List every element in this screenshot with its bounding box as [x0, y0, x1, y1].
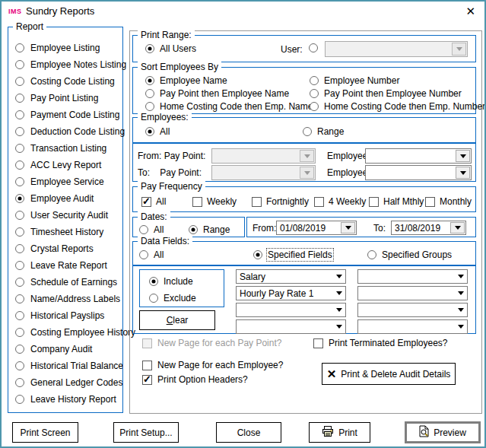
employees-range-radio[interactable]: Range	[303, 126, 344, 137]
close-button[interactable]: Close	[216, 422, 281, 443]
payfreq-half-mthly-label: Half Mthly	[383, 196, 424, 207]
payfreq-half-mthly[interactable]: Half Mthly	[369, 196, 424, 207]
sort-option-employee-number[interactable]: Employee Number	[310, 75, 485, 86]
from-employee-value	[366, 155, 455, 157]
payfreq-all[interactable]: All	[141, 196, 166, 207]
sort-option-employee-name[interactable]: Employee Name	[145, 75, 310, 86]
report-option-deduction-code-listing[interactable]: Deduction Code Listing	[15, 123, 121, 140]
pay-frequency-legend: Pay Frequency	[138, 181, 205, 192]
report-option-name-address-labels[interactable]: Name/Address Labels	[15, 291, 121, 307]
report-option-leave-rate-report-label: Leave Rate Report	[30, 260, 107, 271]
report-option-pay-point-listing[interactable]: Pay Point Listing	[15, 90, 121, 106]
dates-all-radio[interactable]: All	[139, 224, 164, 235]
report-option-general-ledger-codes[interactable]: General Ledger Codes	[15, 374, 121, 391]
sort-option-pay-point-then-employee-name[interactable]: Pay Point then Employee Name	[145, 88, 310, 99]
field-combobox-r2-c1[interactable]: Hourly Pay Rate 1	[236, 286, 346, 300]
report-option-costing-code-listing[interactable]: Costing Code Listing	[15, 73, 121, 90]
payfreq-monthly[interactable]: Monthly	[425, 196, 472, 207]
report-option-employee-service[interactable]: Employee Service	[15, 173, 121, 190]
report-option-employee-audit[interactable]: Employee Audit	[15, 190, 121, 207]
report-option-payment-code-listing[interactable]: Payment Code Listing	[15, 106, 121, 123]
data-fields-group: Data Fields: All Specified Fields Specif…	[132, 241, 476, 265]
user-radio[interactable]	[309, 43, 318, 52]
print-option-headers-checkbox[interactable]: Print Option Headers?	[142, 374, 248, 385]
report-option-historical-trial-balance[interactable]: Historical Trial Balance	[15, 357, 121, 374]
preview-button[interactable]: Preview	[405, 421, 481, 443]
report-option-employee-listing[interactable]: Employee Listing	[15, 40, 121, 56]
dropdown-arrow-icon[interactable]	[332, 303, 345, 316]
sort-option-employee-name-label: Employee Name	[160, 75, 227, 86]
report-option-name-address-labels-label: Name/Address Labels	[30, 294, 120, 304]
dropdown-arrow-icon[interactable]	[454, 303, 467, 316]
field-combobox-r1-c1[interactable]: Salary	[236, 269, 346, 284]
specified-groups-radio[interactable]: Specified Groups	[367, 249, 452, 260]
radio-icon	[15, 294, 24, 303]
report-option-user-security-audit-label: User Security Audit	[30, 210, 108, 221]
dropdown-arrow-icon[interactable]	[332, 287, 345, 300]
dropdown-arrow-icon[interactable]	[454, 287, 467, 300]
report-option-costing-employee-history[interactable]: Costing Employee History	[15, 324, 121, 341]
report-option-historical-payslips[interactable]: Historical Payslips	[15, 307, 121, 324]
report-option-crystal-reports[interactable]: Crystal Reports	[15, 240, 121, 257]
field-combobox-r2-c2[interactable]	[357, 286, 468, 300]
report-option-employee-service-label: Employee Service	[30, 176, 104, 187]
field-combobox-r3-c2[interactable]	[357, 303, 468, 317]
radio-icon	[310, 102, 319, 111]
from-employee-combobox[interactable]	[365, 148, 472, 164]
dropdown-arrow-icon[interactable]	[332, 270, 345, 283]
field-combobox-r4-c2[interactable]	[357, 319, 468, 334]
sort-option-home-costing-code-then-emp-number[interactable]: Home Costing Code then Emp. Number	[310, 101, 485, 112]
radio-icon	[253, 250, 262, 259]
include-radio[interactable]: Include	[149, 276, 193, 287]
dropdown-arrow-icon[interactable]	[341, 222, 355, 234]
report-option-leave-rate-report[interactable]: Leave Rate Report	[15, 257, 121, 274]
dates-range-radio[interactable]: Range	[189, 224, 230, 235]
close-icon[interactable]: ✕	[465, 5, 475, 18]
field-combobox-r1-c2[interactable]	[357, 269, 468, 284]
employees-all-radio[interactable]: All	[145, 126, 170, 137]
radio-icon	[15, 328, 24, 337]
printer-icon	[322, 426, 334, 439]
report-option-employee-notes-listing[interactable]: Employee Notes Listing	[15, 56, 121, 73]
sort-option-home-costing-code-then-emp-name[interactable]: Home Costing Code then Emp. Name	[145, 101, 310, 112]
date-from-combobox[interactable]: 01/08/2019	[276, 221, 357, 235]
data-fields-all-radio[interactable]: All	[139, 249, 164, 260]
to-pay-point-label: To: Pay Point:	[138, 167, 202, 178]
dropdown-arrow-icon[interactable]	[456, 150, 470, 162]
checkbox-icon	[313, 338, 323, 348]
payfreq-weekly[interactable]: Weekly	[192, 196, 237, 207]
exclude-radio[interactable]: Exclude	[149, 293, 196, 303]
report-option-general-ledger-codes-label: General Ledger Codes	[30, 377, 122, 388]
print-screen-button[interactable]: Print Screen	[12, 422, 78, 443]
dropdown-arrow-icon[interactable]	[456, 167, 470, 179]
report-option-user-security-audit[interactable]: User Security Audit	[15, 207, 121, 224]
report-option-schedule-of-earnings[interactable]: Schedule of Earnings	[15, 274, 121, 291]
sort-option-pay-point-then-employee-number[interactable]: Pay Point then Employee Number	[310, 88, 485, 99]
report-option-transaction-listing[interactable]: Transaction Listing	[15, 140, 121, 157]
clear-button[interactable]: Clear	[139, 310, 215, 330]
report-option-company-audit[interactable]: Company Audit	[15, 341, 121, 357]
print-button[interactable]: Print	[309, 422, 370, 443]
payfreq-4-weekly[interactable]: 4 Weekly	[314, 196, 366, 207]
dropdown-arrow-icon[interactable]	[450, 222, 465, 234]
print-setup-button[interactable]: Print Setup...	[113, 422, 179, 443]
field-combobox-r3-c1[interactable]	[236, 303, 346, 317]
dropdown-arrow-icon[interactable]	[454, 270, 467, 283]
dropdown-arrow-icon[interactable]	[454, 320, 467, 333]
new-page-employee-checkbox[interactable]: New Page for each Employee?	[142, 360, 283, 370]
dropdown-arrow-icon[interactable]	[332, 320, 345, 333]
report-option-acc-levy-report[interactable]: ACC Levy Report	[15, 157, 121, 173]
print-delete-audit-button[interactable]: ✕ Print & Delete Audit Details	[322, 363, 456, 385]
date-to-combobox[interactable]: 31/08/2019	[391, 221, 466, 235]
to-employee-combobox[interactable]	[365, 165, 472, 180]
specified-fields-radio[interactable]: Specified Fields	[253, 249, 332, 260]
all-users-radio[interactable]: All Users	[145, 43, 196, 54]
field-combobox-value	[237, 326, 332, 328]
report-option-timesheet-history[interactable]: Timesheet History	[15, 224, 121, 240]
payfreq-fortnightly[interactable]: Fortnightly	[252, 196, 309, 207]
field-combobox-r4-c1[interactable]	[236, 319, 346, 334]
print-terminated-checkbox[interactable]: Print Terminated Employees?	[313, 338, 448, 348]
radio-icon	[15, 278, 24, 287]
report-option-leave-history-report[interactable]: Leave History Report	[15, 391, 121, 408]
payfreq-fortnightly-label: Fortnightly	[266, 196, 309, 207]
